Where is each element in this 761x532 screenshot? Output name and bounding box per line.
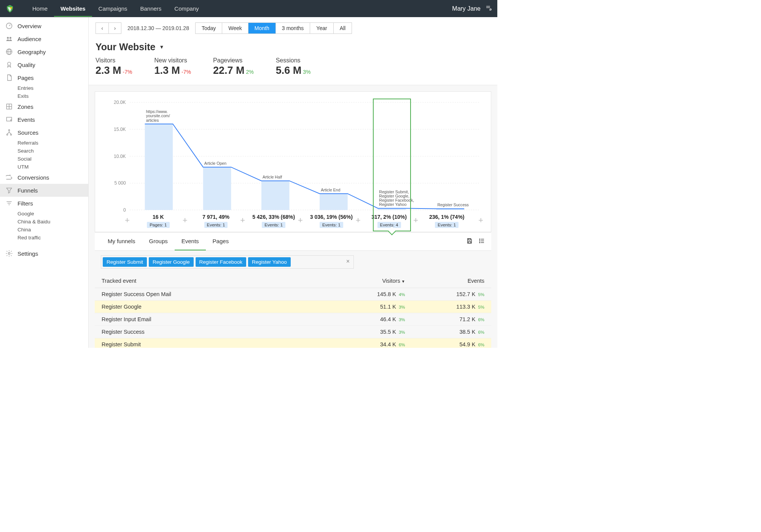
filter-tag[interactable]: Register Google xyxy=(149,257,194,267)
add-step-icon[interactable]: + xyxy=(478,215,483,225)
table-row[interactable]: Register Success35.5 K 3%38.5 K 6% xyxy=(95,325,491,338)
date-range-text[interactable]: 2018.12.30 — 2019.01.28 xyxy=(121,25,195,31)
date-prev-button[interactable]: ‹ xyxy=(96,22,108,34)
range-all[interactable]: All xyxy=(334,23,352,33)
svg-point-15 xyxy=(6,134,8,135)
date-next-button[interactable]: › xyxy=(108,22,121,34)
event-filter-box[interactable]: Register SubmitRegister GoogleRegister F… xyxy=(101,255,354,269)
svg-text:10.0K: 10.0K xyxy=(114,154,126,159)
sidebar-item-conversions[interactable]: Conversions xyxy=(0,171,88,184)
sidebar-item-filters[interactable]: Filters xyxy=(0,197,88,210)
svg-point-4 xyxy=(7,37,9,39)
filter-tag[interactable]: Register Yahoo xyxy=(248,257,291,267)
col-events[interactable]: Events xyxy=(412,274,491,288)
sidebar-sub-china[interactable]: China xyxy=(0,226,88,234)
filter-tag[interactable]: Register Submit xyxy=(103,257,147,267)
save-icon[interactable] xyxy=(466,237,473,245)
page-icon xyxy=(5,74,13,81)
svg-rect-49 xyxy=(468,241,471,243)
gauge-icon xyxy=(5,22,13,30)
top-nav: HomeWebsitesCampaignsBannersCompany xyxy=(26,0,205,17)
funnel-step-1[interactable]: +7 971, 49%Events: 1 xyxy=(187,214,245,232)
sidebar-sub-social[interactable]: Social xyxy=(0,155,88,163)
sidebar-item-audience[interactable]: Audience xyxy=(0,32,88,45)
events-table: Tracked eventVisitors▼Events Register Su… xyxy=(95,274,491,348)
add-step-icon[interactable]: + xyxy=(183,215,188,225)
nav-websites[interactable]: Websites xyxy=(54,0,92,17)
gear-icon xyxy=(5,250,13,257)
sidebar-item-events[interactable]: Events xyxy=(0,113,88,126)
sidebar-item-overview[interactable]: Overview xyxy=(0,19,88,32)
sidebar-item-funnels[interactable]: Funnels xyxy=(0,184,88,197)
sidebar-item-geography[interactable]: Geography xyxy=(0,45,88,58)
funnel-step-0[interactable]: +16 KPages: 1 xyxy=(129,214,187,232)
range-today[interactable]: Today xyxy=(196,23,222,33)
table-row[interactable]: Register Google51.1 K 3%113.3 K 5% xyxy=(95,300,491,313)
svg-text:15.0K: 15.0K xyxy=(114,127,126,132)
svg-rect-32 xyxy=(203,167,231,210)
sidebar-sub-google[interactable]: Google xyxy=(0,210,88,218)
topbar: HomeWebsitesCampaignsBannersCompany Mary… xyxy=(0,0,497,17)
sidebar-sub-search[interactable]: Search xyxy=(0,147,88,155)
sidebar-sub-red-traffic[interactable]: Red traffic xyxy=(0,234,88,242)
add-step-icon[interactable]: + xyxy=(298,215,303,225)
date-controls: ‹ › 2018.12.30 — 2019.01.28 TodayWeekMon… xyxy=(96,22,490,34)
add-step-icon[interactable]: + xyxy=(356,215,361,225)
filter-icon xyxy=(5,199,13,207)
funnel-step-2[interactable]: +5 426, 33% (68%)Events: 1 xyxy=(245,214,302,232)
nav-company[interactable]: Company xyxy=(168,0,205,17)
svg-text:0: 0 xyxy=(123,207,126,213)
svg-text:Article Open: Article Open xyxy=(204,161,226,166)
funnel-tabs: My funnelsGroupsEventsPages xyxy=(95,232,491,251)
tab-events[interactable]: Events xyxy=(175,233,206,250)
table-row[interactable]: Register Submit34.4 K 6%54.9 K 6% xyxy=(95,338,491,348)
funnel-step-4[interactable]: +317, 2% (10%)Events: 4 xyxy=(360,214,418,232)
svg-point-2 xyxy=(490,8,491,10)
list-icon[interactable] xyxy=(478,237,485,245)
nav-campaigns[interactable]: Campaigns xyxy=(92,0,134,17)
nav-banners[interactable]: Banners xyxy=(134,0,168,17)
nav-home[interactable]: Home xyxy=(26,0,54,17)
sidebar-sub-utm[interactable]: UTM xyxy=(0,163,88,171)
add-step-icon[interactable]: + xyxy=(413,215,418,225)
svg-rect-33 xyxy=(261,181,290,210)
svg-text:articles: articles xyxy=(146,118,159,123)
table-row[interactable]: Register Input Email46.4 K 3%71.2 K 6% xyxy=(95,313,491,325)
sidebar-sub-exits[interactable]: Exits xyxy=(0,92,88,100)
page-title[interactable]: Your Website ▼ xyxy=(96,38,490,57)
sidebar-item-sources[interactable]: Sources xyxy=(0,126,88,139)
sidebar: OverviewAudienceGeographyQualityPagesEnt… xyxy=(0,17,89,348)
kpi-sessions: Sessions5.6 M3% xyxy=(276,57,311,76)
col-tracked-event[interactable]: Tracked event xyxy=(95,274,333,288)
funnel-step-5[interactable]: +236, 1% (74%)Events: 1+ xyxy=(418,214,476,232)
sidebar-item-settings[interactable]: Settings xyxy=(0,247,88,260)
range-3-months[interactable]: 3 months xyxy=(276,23,310,33)
tab-groups[interactable]: Groups xyxy=(142,233,175,250)
tab-my-funnels[interactable]: My funnels xyxy=(101,233,142,250)
funnel-step-3[interactable]: +3 036, 19% (56%)Events: 1 xyxy=(302,214,360,232)
clear-filters-icon[interactable]: × xyxy=(346,258,350,265)
sidebar-sub-china-&-baidu[interactable]: China & Baidu xyxy=(0,218,88,226)
app-logo xyxy=(5,4,14,13)
medal-icon xyxy=(5,61,13,68)
table-row[interactable]: Register Success Open Mail145.8 K 4%152.… xyxy=(95,288,491,300)
main-content: ‹ › 2018.12.30 — 2019.01.28 TodayWeekMon… xyxy=(89,17,497,348)
filter-tag[interactable]: Register Facebook xyxy=(196,257,246,267)
sidebar-sub-referrals[interactable]: Referrals xyxy=(0,139,88,147)
globe-icon xyxy=(5,48,13,56)
sidebar-item-pages[interactable]: Pages xyxy=(0,71,88,84)
col-visitors[interactable]: Visitors▼ xyxy=(333,274,412,288)
range-year[interactable]: Year xyxy=(310,23,333,33)
range-month[interactable]: Month xyxy=(248,23,276,33)
user-menu-icon[interactable] xyxy=(485,5,492,13)
arrow-icon xyxy=(5,174,13,181)
sidebar-item-zones[interactable]: Zones xyxy=(0,100,88,113)
add-step-icon[interactable]: + xyxy=(240,215,245,225)
sidebar-sub-entries[interactable]: Entries xyxy=(0,84,88,92)
tab-pages[interactable]: Pages xyxy=(206,233,236,250)
user-name[interactable]: Mary Jane xyxy=(452,5,481,12)
add-step-icon[interactable]: + xyxy=(125,215,130,225)
sidebar-item-quality[interactable]: Quality xyxy=(0,58,88,71)
range-week[interactable]: Week xyxy=(222,23,248,33)
svg-point-16 xyxy=(10,134,11,135)
